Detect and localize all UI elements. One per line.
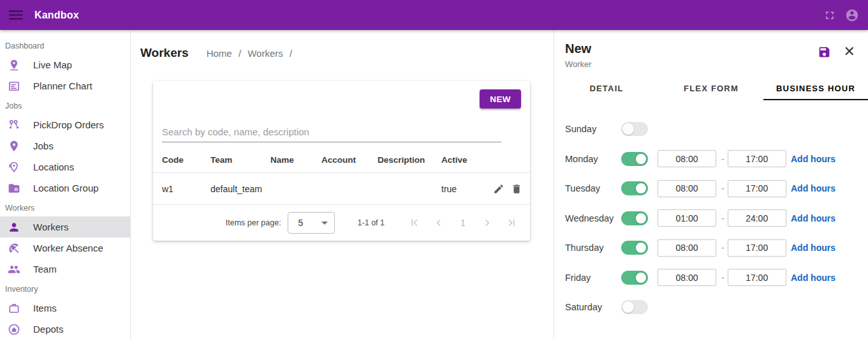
wednesday-toggle[interactable] [621,211,648,225]
start-time-input[interactable] [658,269,716,286]
sunday-toggle[interactable] [621,122,648,136]
breadcrumb-separator: / [239,48,241,59]
breadcrumb-home[interactable]: Home [207,48,232,59]
app-title: Kandbox [34,10,79,21]
end-time-input[interactable] [728,180,786,197]
sidebar-item-team[interactable]: Team [0,259,130,280]
sidebar-item-worker-absence[interactable]: Worker Absence [0,237,130,259]
sidebar: Dashboard Live Map Planner Chart Jobs Pi… [0,30,131,339]
delete-icon[interactable] [511,183,522,195]
page-title: Workers [140,46,189,60]
panel-tabs: DETAIL FLEX FORM BUSINESS HOUR [554,77,868,100]
cell-active: true [441,184,486,194]
friday-toggle[interactable] [621,271,648,285]
sidebar-item-jobs[interactable]: Jobs [0,135,130,156]
sidebar-item-location-group[interactable]: Location Group [0,177,130,199]
workers-card: NEW Code Team Name Account Description A… [153,81,530,241]
folder-pin-icon [8,182,20,195]
sidebar-item-label: Planner Chart [33,80,92,91]
start-time-input[interactable] [658,239,716,257]
search-input[interactable] [162,124,501,142]
col-name: Name [270,155,321,165]
menu-icon[interactable] [9,10,23,20]
pickdrop-route-icon [8,119,20,132]
sidebar-item-label: Depots [33,324,64,335]
col-team: Team [210,155,270,165]
section-inventory: Inventory [0,280,130,298]
day-label: Monday [565,154,621,164]
first-page-icon[interactable] [402,211,427,235]
col-active: Active [441,155,486,165]
previous-page-icon[interactable] [427,211,451,235]
save-icon[interactable] [818,45,831,61]
end-time-input[interactable] [728,239,786,257]
page-number[interactable]: 1 [451,218,475,228]
app-header: Kandbox [0,0,868,30]
time-range-dash: - [721,154,725,164]
edit-icon[interactable] [493,183,504,195]
sidebar-item-planner-chart[interactable]: Planner Chart [0,75,130,96]
main-content: Workers Home / Workers / NEW Code Team N… [131,30,554,339]
section-dashboard: Dashboard [0,36,130,54]
saturday-toggle[interactable] [621,300,648,314]
panel-subtitle: Worker [565,59,592,69]
day-row-monday: Monday - Add hours [565,144,868,174]
start-time-input[interactable] [658,150,716,167]
tab-detail[interactable]: DETAIL [554,77,659,100]
day-row-sunday: Sunday [565,114,868,144]
cell-team: default_team [210,184,270,194]
add-hours-link[interactable]: Add hours [791,183,835,193]
account-icon[interactable] [845,8,859,22]
end-time-input[interactable] [728,269,786,286]
add-hours-link[interactable]: Add hours [791,273,835,283]
day-label: Sunday [565,124,621,134]
page-size-value: 5 [298,218,304,228]
last-page-icon[interactable] [499,211,524,235]
sidebar-item-workers[interactable]: Workers [0,216,130,237]
new-button[interactable]: NEW [480,89,521,109]
thursday-toggle[interactable] [621,241,648,255]
next-page-icon[interactable] [475,211,499,235]
day-row-wednesday: Wednesday - Add hours [565,204,868,234]
sidebar-item-locations[interactable]: Locations [0,156,130,177]
start-time-input[interactable] [658,209,716,227]
sidebar-item-label: PickDrop Orders [33,119,104,130]
fullscreen-icon[interactable] [823,9,836,22]
page-size-select[interactable]: 5 [288,212,335,234]
breadcrumb-separator: / [290,48,292,59]
time-range-dash: - [721,273,725,283]
day-label: Thursday [565,243,621,253]
sidebar-item-live-map[interactable]: Live Map [0,54,130,75]
section-jobs: Jobs [0,96,130,114]
sidebar-item-label: Locations [33,162,74,172]
end-time-input[interactable] [728,209,786,227]
add-hours-link[interactable]: Add hours [791,154,835,164]
start-time-input[interactable] [658,180,716,197]
panel-title: New [565,41,592,56]
sidebar-item-items[interactable]: Items [0,298,130,319]
sidebar-item-label: Team [33,264,57,275]
col-code: Code [162,155,210,165]
beach-umbrella-icon [8,242,20,255]
day-row-thursday: Thursday - Add hours [565,233,868,263]
sidebar-item-pickdrop-orders[interactable]: PickDrop Orders [0,114,130,135]
breadcrumb-current[interactable]: Workers [247,48,283,59]
add-hours-link[interactable]: Add hours [791,243,835,253]
end-time-input[interactable] [728,150,786,167]
cell-code: w1 [162,184,210,194]
sidebar-item-depots[interactable]: Depots [0,319,130,339]
add-hours-link[interactable]: Add hours [791,213,835,223]
people-group-icon [8,263,20,276]
monday-toggle[interactable] [621,152,648,166]
home-circle-icon [8,323,20,336]
box-icon [8,302,20,315]
tab-flex-form[interactable]: FLEX FORM [659,77,763,100]
day-row-friday: Friday - Add hours [565,263,868,293]
close-icon[interactable]: ✕ [844,45,855,58]
items-per-page-label: Items per page: [226,218,281,227]
table-row[interactable]: w1 default_team true [153,173,530,205]
col-account: Account [321,155,378,165]
tab-business-hour[interactable]: BUSINESS HOUR [763,77,868,100]
tuesday-toggle[interactable] [621,181,648,195]
business-hours-list: Sunday Monday - Add hours Tuesday - Add … [554,114,868,322]
